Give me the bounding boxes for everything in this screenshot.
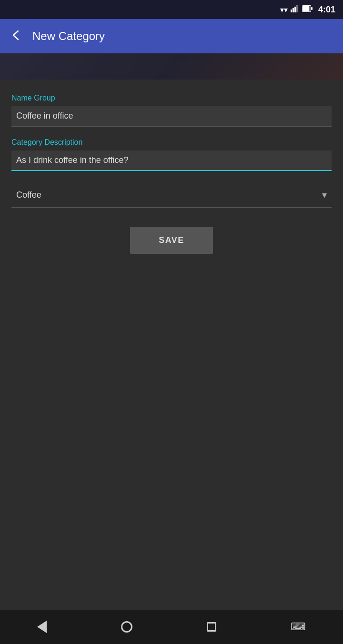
svg-rect-5 [303, 6, 309, 11]
recents-nav-icon [207, 622, 216, 632]
keyboard-icon: ⌨ [291, 621, 306, 633]
form-container: Name Group Category Description Coffee ▾… [0, 80, 343, 265]
nav-back-button[interactable] [28, 616, 56, 638]
status-bar: ▾▾ 4:01 [0, 0, 343, 19]
bottom-nav: ⌨ [0, 610, 343, 644]
category-dropdown-value: Coffee [16, 190, 41, 200]
status-icons: ▾▾ 4:01 [280, 5, 335, 15]
name-group-label: Name Group [11, 94, 332, 102]
category-description-input[interactable] [11, 151, 332, 171]
nav-home-button[interactable] [111, 616, 142, 637]
save-button[interactable]: SAVE [130, 227, 213, 254]
status-time: 4:01 [318, 5, 335, 15]
preview-area [0, 53, 343, 80]
home-nav-icon [121, 621, 132, 633]
back-nav-icon [37, 621, 47, 633]
svg-rect-3 [296, 5, 298, 12]
wifi-icon: ▾▾ [280, 5, 288, 14]
app-bar: New Category [0, 19, 343, 53]
svg-rect-6 [311, 7, 313, 10]
chevron-down-icon: ▾ [322, 189, 327, 201]
signal-icon [291, 5, 299, 14]
svg-rect-2 [294, 7, 296, 12]
name-group-input[interactable] [11, 106, 332, 127]
category-description-label: Category Description [11, 138, 332, 147]
svg-rect-1 [293, 8, 294, 12]
category-dropdown[interactable]: Coffee ▾ [11, 182, 332, 208]
nav-keyboard-button[interactable]: ⌨ [281, 616, 315, 638]
nav-recents-button[interactable] [197, 617, 226, 636]
battery-icon [302, 5, 313, 14]
back-button[interactable] [10, 29, 23, 44]
page-title: New Category [32, 30, 105, 43]
svg-rect-0 [291, 10, 292, 12]
